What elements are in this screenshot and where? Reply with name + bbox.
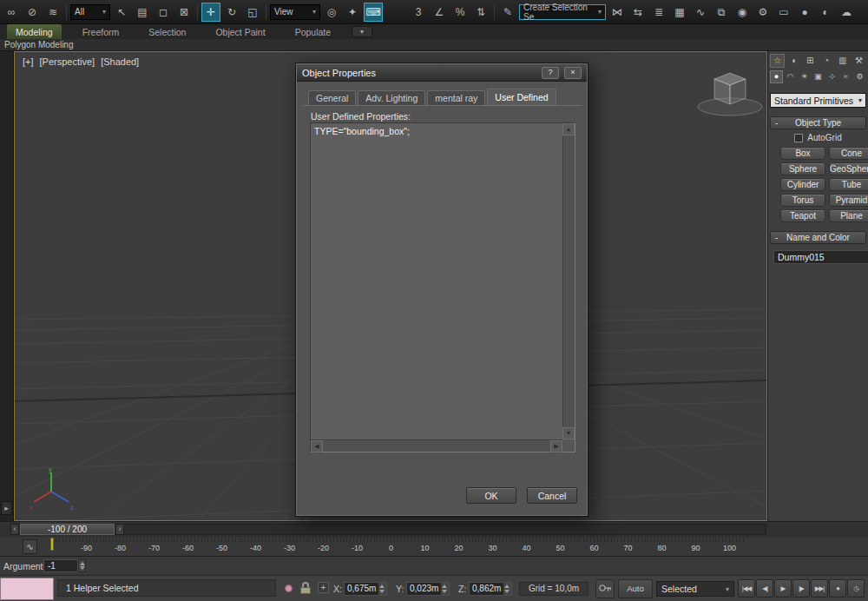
cancel-button[interactable]: Cancel (527, 487, 577, 504)
play-animation-button[interactable]: ▶ (774, 579, 792, 598)
object-name-field[interactable]: Dummy015 (773, 250, 868, 264)
schematic-view-icon[interactable]: ⧉ (712, 3, 731, 22)
rectangular-selection-region-icon[interactable]: ◻ (154, 3, 173, 22)
render-setup-icon[interactable]: ⚙ (753, 3, 773, 22)
name-color-rollout-header[interactable]: - Name and Color (770, 231, 866, 244)
viewcube[interactable] (695, 64, 765, 118)
object-type-button[interactable]: GeoSphere (829, 162, 868, 175)
dialog-help-button[interactable]: ? (542, 67, 559, 79)
select-and-link-icon[interactable]: ∞ (2, 3, 21, 22)
time-slider-track[interactable] (14, 524, 766, 535)
auto-key-button[interactable]: Auto Key (618, 579, 653, 598)
viewport-shading-menu[interactable]: [Shaded] (101, 56, 139, 67)
scroll-up-icon[interactable]: ▲ (562, 123, 575, 135)
angle-snap-toggle-icon[interactable]: ∠ (430, 3, 449, 22)
edit-named-selection-sets-icon[interactable]: ✎ (498, 3, 517, 22)
current-time-marker[interactable] (50, 538, 54, 551)
render-production-icon[interactable]: ● (795, 3, 814, 22)
key-mode-toggle-button[interactable]: ● (829, 579, 846, 598)
object-type-button[interactable]: Plane (829, 209, 868, 222)
cameras-category-icon[interactable]: ▣ (812, 70, 825, 83)
bind-to-space-warp-icon[interactable]: ≋ (43, 3, 62, 22)
selection-set-dropdown[interactable]: Selected ▾ (656, 581, 734, 597)
scroll-left-icon[interactable]: ◀ (311, 440, 323, 452)
unlink-selection-icon[interactable]: ⊘ (23, 3, 42, 22)
object-type-button[interactable]: Box (780, 147, 825, 160)
absolute-offset-toggle-icon[interactable]: + (318, 582, 329, 593)
ribbon-tab[interactable]: Freeform (74, 24, 128, 39)
object-type-button[interactable]: Teapot (780, 209, 825, 222)
mirror-icon[interactable]: ⋈ (608, 3, 627, 22)
go-to-start-button[interactable]: |◀◀ (738, 579, 755, 598)
viewport-general-menu[interactable]: [+] (23, 56, 34, 67)
scroll-right-icon[interactable]: ▶ (550, 440, 562, 452)
vertical-scrollbar[interactable]: ▲ ▼ (562, 123, 575, 439)
dialog-titlebar[interactable]: Object Properties ? × (297, 64, 587, 82)
align-icon[interactable]: ⇆ (628, 3, 648, 22)
snaps-toggle-3d-icon[interactable]: 3 (409, 3, 428, 22)
horizontal-scrollbar[interactable]: ◀ ▶ (311, 439, 562, 452)
select-by-name-icon[interactable]: ▤ (133, 3, 152, 22)
ribbon-display-toggle[interactable]: ▾ (352, 26, 372, 37)
lights-category-icon[interactable]: ☀ (798, 70, 811, 83)
ok-button[interactable]: OK (466, 487, 516, 504)
keyboard-shortcut-override-icon[interactable]: ⌨ (364, 3, 383, 22)
argument-spinner[interactable] (78, 559, 86, 572)
autogrid-checkbox[interactable] (794, 134, 803, 142)
shapes-category-icon[interactable]: ◠ (784, 70, 797, 83)
x-coord-field[interactable]: 0,675m (344, 582, 387, 596)
ribbon-tab[interactable]: Selection (140, 24, 194, 39)
ribbon-panel-title[interactable]: Polygon Modeling (0, 39, 868, 51)
utilities-panel-tab[interactable]: ⚒ (852, 54, 866, 68)
render-in-cloud-icon[interactable]: ☁ (837, 3, 856, 22)
hierarchy-panel-tab[interactable]: ⊞ (803, 54, 818, 68)
viewport-pov-menu[interactable]: [Perspective] (40, 56, 95, 67)
user-defined-properties-textarea[interactable]: TYPE="bounding_box"; ▲ ▼ ◀ ▶ (310, 122, 575, 452)
select-object-icon[interactable]: ↖ (112, 3, 131, 22)
time-configuration-button[interactable]: ◷ (847, 579, 865, 598)
set-keys-button[interactable] (595, 579, 615, 598)
dialog-tab[interactable]: General (308, 90, 356, 105)
percent-snap-toggle-icon[interactable]: % (450, 3, 470, 22)
display-panel-tab[interactable]: ▥ (835, 54, 850, 68)
time-slider-prev-icon[interactable]: ‹ (10, 524, 19, 535)
select-and-move-icon[interactable]: ✛ (201, 3, 220, 22)
space-warps-category-icon[interactable]: ≈ (839, 70, 852, 83)
reference-coordinate-dropdown[interactable]: View ▾ (270, 4, 320, 20)
selection-lock-icon[interactable] (300, 582, 311, 594)
object-type-button[interactable]: Torus (780, 194, 825, 207)
graphite-ribbon-toggle-icon[interactable]: ▦ (670, 3, 689, 22)
systems-category-icon[interactable]: ⚙ (853, 70, 866, 83)
z-coord-field[interactable]: 0,862m (469, 582, 512, 596)
object-type-button[interactable]: Cone (829, 147, 868, 160)
ribbon-tab-modeling[interactable]: Modeling (7, 24, 62, 39)
ribbon-tab[interactable]: Object Paint (207, 24, 273, 39)
named-selection-set-field[interactable]: Create Selection Se ▾ (519, 4, 606, 20)
motion-panel-tab[interactable]: ◔ (819, 54, 833, 68)
dialog-tab[interactable]: mental ray (427, 90, 485, 105)
object-type-button[interactable]: Tube (829, 178, 868, 191)
time-slider-handle[interactable]: -100 / 200 (20, 524, 115, 535)
object-type-button[interactable]: Sphere (780, 162, 825, 175)
material-editor-icon[interactable]: ◉ (733, 3, 752, 22)
next-frame-button[interactable]: |▶ (792, 579, 810, 598)
object-type-button[interactable]: Cylinder (780, 178, 825, 191)
dialog-tab[interactable]: Adv. Lighting (358, 90, 425, 105)
x-spinner[interactable] (378, 583, 386, 595)
geometry-category-icon[interactable]: ● (770, 70, 783, 83)
track-bar[interactable]: ∿ -90-80-70-60-50-40-30-20-1001020304050… (0, 536, 868, 557)
window-crossing-toggle-icon[interactable]: ⊠ (174, 3, 194, 22)
dialog-close-button[interactable]: × (564, 67, 582, 79)
z-spinner[interactable] (503, 583, 511, 595)
selection-filter-dropdown[interactable]: All ▾ (70, 4, 110, 20)
previous-frame-button[interactable]: ◀| (756, 579, 773, 598)
mini-curve-editor-icon[interactable]: ∿ (23, 539, 37, 554)
modify-panel-tab[interactable]: ◖ (786, 54, 801, 68)
render-iterative-icon[interactable]: ◐ (816, 3, 835, 22)
rendered-frame-window-icon[interactable]: ▭ (774, 3, 793, 22)
object-type-button[interactable]: Pyramid (829, 194, 868, 207)
isolate-selection-icon[interactable] (285, 584, 293, 592)
helpers-category-icon[interactable]: ⊹ (825, 70, 838, 83)
select-and-rotate-icon[interactable]: ↻ (222, 3, 241, 22)
maxscript-mini-listener[interactable] (0, 578, 54, 600)
